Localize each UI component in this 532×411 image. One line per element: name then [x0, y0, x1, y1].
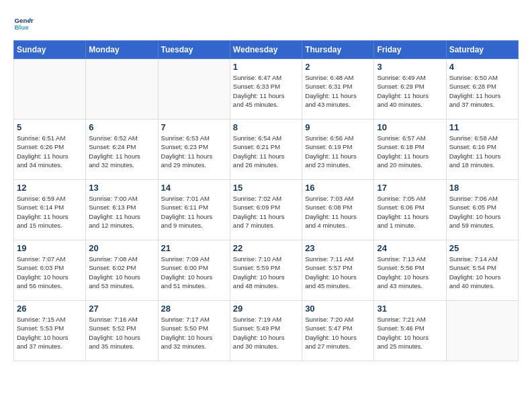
day-info: Sunrise: 7:03 AM Sunset: 6:08 PM Dayligh…: [305, 194, 371, 230]
logo-icon: General Blue: [13, 13, 34, 34]
day-number: 21: [161, 243, 227, 253]
calendar-cell: 31Sunrise: 7:21 AM Sunset: 5:46 PM Dayli…: [374, 301, 446, 361]
day-info: Sunrise: 7:02 AM Sunset: 6:09 PM Dayligh…: [233, 194, 299, 230]
weekday-header-wednesday: Wednesday: [230, 41, 302, 59]
calendar-week-row: 1Sunrise: 6:47 AM Sunset: 6:33 PM Daylig…: [14, 59, 519, 120]
day-info: Sunrise: 7:08 AM Sunset: 6:02 PM Dayligh…: [89, 255, 154, 290]
calendar-cell: 24Sunrise: 7:13 AM Sunset: 5:56 PM Dayli…: [374, 240, 446, 301]
calendar-cell: 22Sunrise: 7:10 AM Sunset: 5:59 PM Dayli…: [230, 240, 302, 301]
page-header: General Blue: [13, 13, 519, 34]
day-info: Sunrise: 6:47 AM Sunset: 6:33 PM Dayligh…: [233, 73, 299, 109]
calendar-cell: [14, 59, 86, 120]
svg-text:Blue: Blue: [15, 24, 30, 31]
calendar-cell: 7Sunrise: 6:53 AM Sunset: 6:23 PM Daylig…: [158, 120, 230, 180]
day-number: 24: [377, 243, 443, 253]
logo: General Blue: [13, 13, 34, 34]
day-number: 25: [449, 243, 515, 253]
calendar-cell: 12Sunrise: 6:59 AM Sunset: 6:14 PM Dayli…: [14, 180, 86, 240]
calendar-cell: 23Sunrise: 7:11 AM Sunset: 5:57 PM Dayli…: [302, 240, 374, 301]
day-info: Sunrise: 7:19 AM Sunset: 5:49 PM Dayligh…: [233, 315, 299, 351]
day-number: 16: [305, 183, 371, 193]
day-number: 10: [377, 122, 443, 132]
calendar-cell: 25Sunrise: 7:14 AM Sunset: 5:54 PM Dayli…: [446, 240, 518, 301]
day-info: Sunrise: 6:51 AM Sunset: 6:26 PM Dayligh…: [17, 134, 83, 169]
calendar-cell: 16Sunrise: 7:03 AM Sunset: 6:08 PM Dayli…: [302, 180, 374, 240]
day-info: Sunrise: 6:56 AM Sunset: 6:19 PM Dayligh…: [305, 134, 371, 169]
calendar-cell: 2Sunrise: 6:48 AM Sunset: 6:31 PM Daylig…: [302, 59, 374, 120]
calendar-week-row: 12Sunrise: 6:59 AM Sunset: 6:14 PM Dayli…: [14, 180, 519, 240]
day-info: Sunrise: 6:50 AM Sunset: 6:28 PM Dayligh…: [449, 73, 515, 109]
day-info: Sunrise: 7:15 AM Sunset: 5:53 PM Dayligh…: [17, 315, 83, 351]
day-number: 15: [233, 183, 299, 193]
calendar-cell: 9Sunrise: 6:56 AM Sunset: 6:19 PM Daylig…: [302, 120, 374, 180]
day-number: 7: [161, 122, 227, 132]
weekday-header-row: SundayMondayTuesdayWednesdayThursdayFrid…: [14, 41, 519, 59]
day-number: 18: [449, 183, 515, 193]
day-info: Sunrise: 7:01 AM Sunset: 6:11 PM Dayligh…: [161, 194, 227, 230]
calendar-cell: 20Sunrise: 7:08 AM Sunset: 6:02 PM Dayli…: [86, 240, 158, 301]
calendar-cell: 1Sunrise: 6:47 AM Sunset: 6:33 PM Daylig…: [230, 59, 302, 120]
weekday-header-monday: Monday: [86, 41, 158, 59]
day-info: Sunrise: 7:21 AM Sunset: 5:46 PM Dayligh…: [377, 315, 443, 351]
calendar-week-row: 5Sunrise: 6:51 AM Sunset: 6:26 PM Daylig…: [14, 120, 519, 180]
calendar-cell: 4Sunrise: 6:50 AM Sunset: 6:28 PM Daylig…: [446, 59, 518, 120]
calendar-cell: 17Sunrise: 7:05 AM Sunset: 6:06 PM Dayli…: [374, 180, 446, 240]
calendar-table: SundayMondayTuesdayWednesdayThursdayFrid…: [13, 40, 519, 361]
weekday-header-sunday: Sunday: [14, 41, 86, 59]
day-info: Sunrise: 6:49 AM Sunset: 6:29 PM Dayligh…: [377, 73, 443, 109]
day-number: 5: [17, 122, 83, 132]
day-number: 14: [161, 183, 227, 193]
calendar-week-row: 26Sunrise: 7:15 AM Sunset: 5:53 PM Dayli…: [14, 301, 519, 361]
day-info: Sunrise: 6:54 AM Sunset: 6:21 PM Dayligh…: [233, 134, 299, 169]
calendar-cell: 27Sunrise: 7:16 AM Sunset: 5:52 PM Dayli…: [86, 301, 158, 361]
day-number: 19: [17, 243, 83, 253]
day-number: 11: [449, 122, 515, 132]
calendar-cell: 8Sunrise: 6:54 AM Sunset: 6:21 PM Daylig…: [230, 120, 302, 180]
day-number: 27: [89, 304, 154, 314]
day-number: 2: [305, 62, 371, 72]
day-number: 6: [89, 122, 154, 132]
calendar-cell: 15Sunrise: 7:02 AM Sunset: 6:09 PM Dayli…: [230, 180, 302, 240]
calendar-cell: 5Sunrise: 6:51 AM Sunset: 6:26 PM Daylig…: [14, 120, 86, 180]
calendar-cell: 13Sunrise: 7:00 AM Sunset: 6:13 PM Dayli…: [86, 180, 158, 240]
day-info: Sunrise: 6:59 AM Sunset: 6:14 PM Dayligh…: [17, 194, 83, 230]
day-number: 8: [233, 122, 299, 132]
day-info: Sunrise: 7:09 AM Sunset: 6:00 PM Dayligh…: [161, 255, 227, 290]
day-number: 26: [17, 304, 83, 314]
day-info: Sunrise: 6:48 AM Sunset: 6:31 PM Dayligh…: [305, 73, 371, 109]
calendar-cell: 14Sunrise: 7:01 AM Sunset: 6:11 PM Dayli…: [158, 180, 230, 240]
day-info: Sunrise: 7:06 AM Sunset: 6:05 PM Dayligh…: [449, 194, 515, 230]
calendar-cell: 18Sunrise: 7:06 AM Sunset: 6:05 PM Dayli…: [446, 180, 518, 240]
calendar-cell: 3Sunrise: 6:49 AM Sunset: 6:29 PM Daylig…: [374, 59, 446, 120]
day-number: 22: [233, 243, 299, 253]
calendar-cell: 30Sunrise: 7:20 AM Sunset: 5:47 PM Dayli…: [302, 301, 374, 361]
calendar-cell: 19Sunrise: 7:07 AM Sunset: 6:03 PM Dayli…: [14, 240, 86, 301]
day-number: 20: [89, 243, 154, 253]
weekday-header-friday: Friday: [374, 41, 446, 59]
day-info: Sunrise: 7:16 AM Sunset: 5:52 PM Dayligh…: [89, 315, 154, 351]
day-info: Sunrise: 7:00 AM Sunset: 6:13 PM Dayligh…: [89, 194, 154, 230]
day-number: 30: [305, 304, 371, 314]
day-info: Sunrise: 6:58 AM Sunset: 6:16 PM Dayligh…: [449, 134, 515, 169]
day-number: 3: [377, 62, 443, 72]
day-number: 4: [449, 62, 515, 72]
calendar-cell: 28Sunrise: 7:17 AM Sunset: 5:50 PM Dayli…: [158, 301, 230, 361]
day-number: 13: [89, 183, 154, 193]
day-info: Sunrise: 6:52 AM Sunset: 6:24 PM Dayligh…: [89, 134, 154, 169]
day-number: 31: [377, 304, 443, 314]
day-info: Sunrise: 7:14 AM Sunset: 5:54 PM Dayligh…: [449, 255, 515, 290]
day-info: Sunrise: 7:05 AM Sunset: 6:06 PM Dayligh…: [377, 194, 443, 230]
calendar-week-row: 19Sunrise: 7:07 AM Sunset: 6:03 PM Dayli…: [14, 240, 519, 301]
calendar-cell: 6Sunrise: 6:52 AM Sunset: 6:24 PM Daylig…: [86, 120, 158, 180]
day-number: 17: [377, 183, 443, 193]
day-number: 9: [305, 122, 371, 132]
day-info: Sunrise: 7:07 AM Sunset: 6:03 PM Dayligh…: [17, 255, 83, 290]
day-info: Sunrise: 7:13 AM Sunset: 5:56 PM Dayligh…: [377, 255, 443, 290]
day-number: 12: [17, 183, 83, 193]
day-info: Sunrise: 7:11 AM Sunset: 5:57 PM Dayligh…: [305, 255, 371, 290]
calendar-cell: 11Sunrise: 6:58 AM Sunset: 6:16 PM Dayli…: [446, 120, 518, 180]
calendar-cell: 29Sunrise: 7:19 AM Sunset: 5:49 PM Dayli…: [230, 301, 302, 361]
calendar-cell: 26Sunrise: 7:15 AM Sunset: 5:53 PM Dayli…: [14, 301, 86, 361]
day-info: Sunrise: 6:53 AM Sunset: 6:23 PM Dayligh…: [161, 134, 227, 169]
day-number: 1: [233, 62, 299, 72]
